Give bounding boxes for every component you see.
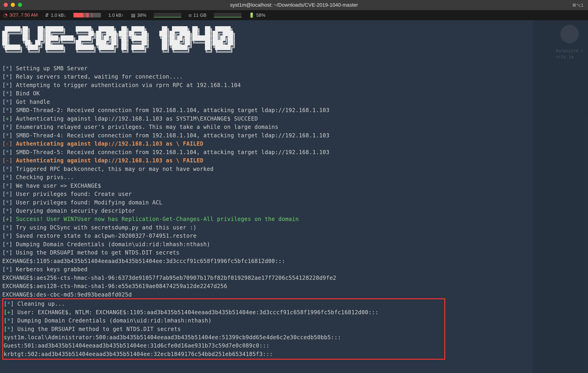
minimize-window-button[interactable] <box>11 3 15 7</box>
network-down-icon: ⇵ <box>45 12 49 19</box>
status-bar: ◔ 3/27, 7:50 AM ⇵ 1.0 kB↓ 1.0 kB↑ ▤ 38% … <box>0 10 588 20</box>
cpu-value: 38% <box>137 12 147 19</box>
profile-avatar <box>560 25 579 43</box>
window-title: syst1m@localhost: ~/Downloads/CVE-2019-1… <box>230 1 358 9</box>
ram-sparkline <box>214 13 242 17</box>
zoom-window-button[interactable] <box>18 3 22 7</box>
window-shortcut: ⌘⌥1 <box>572 2 583 8</box>
clock-icon: ◔ <box>3 11 8 19</box>
sidebar-filename: burpsuite_c nity.ja <box>556 48 583 60</box>
ram-value: 11 GB <box>193 12 207 19</box>
window-controls <box>4 3 22 7</box>
terminal-log[interactable]: [*] Setting up SMB Server [*] Relay serv… <box>2 64 586 299</box>
status-net-up: 1.0 kB↑ <box>108 12 124 19</box>
status-clock: ◔ 3/27, 7:50 AM <box>3 11 38 19</box>
net-sparkline <box>74 13 101 17</box>
chip-icon: ▤ <box>131 12 136 19</box>
net-down-value: 1.0 kB↓ <box>51 12 66 19</box>
close-window-button[interactable] <box>4 3 8 7</box>
status-net-down: ⇵ 1.0 kB↓ <box>45 12 66 19</box>
status-cpu: ▤ 38% <box>131 12 147 19</box>
status-datetime: 3/27, 7:50 AM <box>10 12 38 18</box>
terminal-body[interactable]: ██████╗██╗ ██╗███████╗ ██████╗ ██████╗ █… <box>0 20 588 362</box>
highlight-box: [*] Cleaning up... [+] User: EXCHANGE$, … <box>2 298 445 360</box>
cpu-sparkline <box>154 13 181 17</box>
battery-icon: 🔋 <box>249 12 254 19</box>
status-ram: ⧈ 11 GB <box>189 12 207 19</box>
right-dim-panel: burpsuite_c nity.ja <box>533 20 588 373</box>
status-battery: 🔋 58% <box>249 12 265 19</box>
ascii-banner: ██████╗██╗ ██╗███████╗ ██████╗ ██████╗ █… <box>2 22 586 54</box>
terminal-log-highlight: [*] Cleaning up... [+] User: EXCHANGE$, … <box>4 300 444 358</box>
battery-value: 58% <box>256 12 265 19</box>
net-up-value: 1.0 kB↑ <box>108 12 124 19</box>
titlebar: syst1m@localhost: ~/Downloads/CVE-2019-1… <box>0 0 588 10</box>
ram-icon: ⧈ <box>189 12 192 19</box>
